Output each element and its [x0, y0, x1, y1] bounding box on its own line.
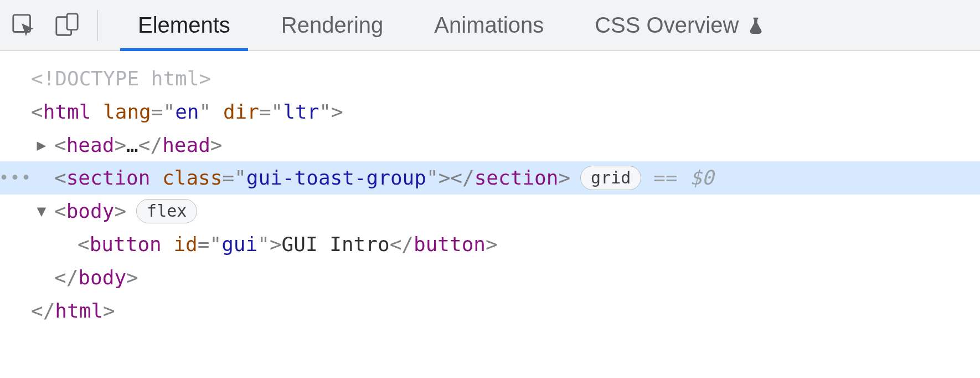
toolbar-separator	[97, 10, 98, 41]
dom-node-body-close[interactable]: </body>	[0, 261, 980, 294]
expand-toggle-icon[interactable]: ▶	[32, 133, 51, 157]
tag-name: body	[78, 262, 126, 293]
tab-label: Elements	[138, 13, 230, 38]
tab-label: Animations	[434, 13, 544, 38]
tag-name: body	[66, 196, 115, 227]
tab-label: Rendering	[281, 13, 384, 38]
dom-node-button[interactable]: <button id="gui"> GUI Intro </button>	[0, 228, 980, 261]
tag-name: html	[43, 96, 91, 127]
experiment-flask-icon	[746, 16, 765, 35]
dom-node-html-close[interactable]: </html>	[0, 294, 980, 328]
dom-node-html-open[interactable]: <html lang="en" dir="ltr">	[0, 95, 980, 129]
tag-name: head	[66, 130, 115, 161]
text-node: GUI Intro	[282, 229, 390, 260]
collapsed-ellipsis: …	[126, 130, 138, 161]
attr-name: class	[162, 162, 222, 193]
dom-node-doctype[interactable]: <!DOCTYPE html>	[0, 62, 980, 95]
attr-name: dir	[223, 96, 259, 127]
attr-value: en	[175, 96, 199, 127]
dom-node-body-open[interactable]: ▼ <body> flex	[0, 195, 980, 228]
layout-badge-flex[interactable]: flex	[136, 199, 197, 223]
tab-animations[interactable]: Animations	[409, 0, 569, 50]
collapse-toggle-icon[interactable]: ▼	[32, 199, 51, 223]
device-toggle-icon[interactable]	[53, 12, 81, 39]
attr-value: ltr	[283, 96, 319, 127]
attr-name: lang	[103, 96, 151, 127]
node-actions-icon[interactable]: •••	[0, 161, 31, 195]
attr-value: gui	[221, 229, 257, 260]
tab-label: CSS Overview	[595, 13, 739, 38]
tag-name: html	[55, 295, 103, 326]
layout-badge-grid[interactable]: grid	[580, 166, 641, 190]
attr-value: gui-toast-group	[246, 162, 426, 193]
doctype-text: <!DOCTYPE html>	[31, 63, 211, 94]
dom-node-section[interactable]: ••• <section class="gui-toast-group"></s…	[0, 161, 980, 195]
tag-name: section	[66, 162, 151, 193]
svg-rect-2	[67, 13, 78, 29]
tab-elements[interactable]: Elements	[112, 0, 256, 50]
equals-symbol: ==	[653, 162, 677, 193]
panel-tabs: Elements Rendering Animations CSS Overvi…	[112, 0, 791, 50]
attr-name: id	[173, 229, 197, 260]
devtools-toolbar: Elements Rendering Animations CSS Overvi…	[0, 0, 980, 51]
inspect-element-icon[interactable]	[10, 12, 38, 39]
console-ref: $0	[690, 162, 714, 193]
dom-node-head[interactable]: ▶ <head>…</head>	[0, 129, 980, 162]
tab-rendering[interactable]: Rendering	[256, 0, 409, 50]
tab-css-overview[interactable]: CSS Overview	[569, 0, 791, 50]
elements-dom-tree[interactable]: <!DOCTYPE html> <html lang="en" dir="ltr…	[0, 51, 980, 327]
tag-name: button	[90, 229, 162, 260]
